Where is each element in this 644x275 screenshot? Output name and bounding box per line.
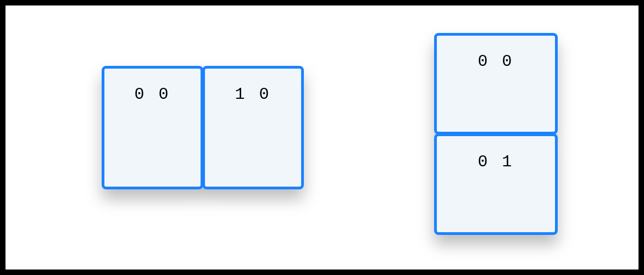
grid-cell: 0 0	[102, 66, 203, 189]
cell-coordinate-label: 0 1	[478, 153, 514, 171]
diagram-canvas: 0 0 1 0 0 0 0 1	[5, 5, 639, 270]
grid-cell: 0 1	[434, 133, 558, 235]
grid-cell: 1 0	[202, 66, 304, 189]
grid-cell: 0 0	[434, 33, 558, 134]
cell-coordinate-label: 0 0	[134, 85, 170, 104]
cell-coordinate-label: 0 0	[478, 52, 514, 71]
cell-coordinate-label: 1 0	[235, 85, 271, 104]
cell-group-horizontal: 0 0 1 0	[102, 66, 304, 189]
cell-group-vertical: 0 0 0 1	[434, 33, 558, 235]
